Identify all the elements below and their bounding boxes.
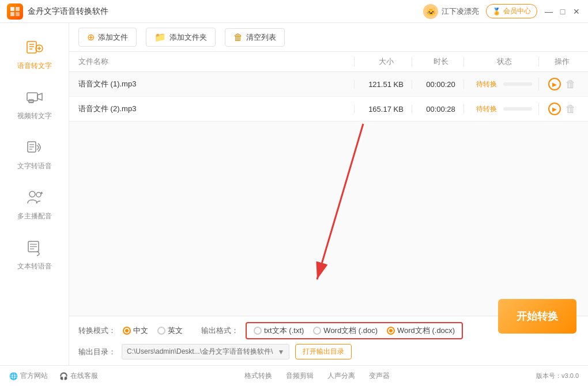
website-label: 官方网站 [20, 371, 48, 381]
app-logo [7, 3, 23, 20]
vip-label: 会员中心 [503, 6, 531, 16]
txt-label: txt文本 (.txt) [264, 326, 304, 336]
docx-label: Word文档 (.docx) [397, 326, 455, 336]
file-name-2: 语音文件 (2).mp3 [78, 104, 354, 114]
add-folder-label: 添加文件夹 [169, 32, 207, 43]
user-info: 🐱 江下凌漂亮 [423, 4, 479, 19]
sidebar-label-speech-to-text: 语音转文字 [17, 61, 52, 71]
action-icons-1: ▶ 🗑 [545, 78, 579, 90]
format-label: 输出格式： [201, 326, 239, 336]
svg-rect-2 [10, 12, 14, 16]
website-icon: 🌐 [9, 372, 18, 380]
svg-point-19 [29, 191, 35, 197]
user-avatar: 🐱 [423, 4, 438, 19]
vip-button[interactable]: 🏅 会员中心 [486, 4, 537, 18]
clear-list-button[interactable]: 🗑 清空列表 [225, 28, 285, 47]
sidebar-item-text-to-speech[interactable]: 文字转语音 [0, 129, 69, 179]
text-to-voice-icon [24, 237, 45, 258]
add-file-button[interactable]: ⊕ 添加文件 [78, 28, 137, 47]
file-table: 文件名称 大小 时长 状态 操作 语音文件 (1).mp3 121.51 KB … [69, 52, 588, 316]
sidebar-label-multi-dubbing: 多主播配音 [17, 211, 52, 221]
format-box: txt文本 (.txt) Word文档 (.doc) Word文档 (.docx… [246, 322, 463, 339]
chinese-radio-circle [123, 327, 131, 335]
restore-button[interactable]: □ [558, 7, 567, 16]
txt-radio-circle [254, 327, 262, 335]
english-radio-circle [157, 327, 165, 335]
footer: 🌐 官方网站 🎧 在线客服 格式转换 音频剪辑 人声分离 变声器 版本号：v3.… [0, 365, 588, 386]
add-file-icon: ⊕ [87, 32, 95, 43]
header-status: 状态 [463, 56, 538, 67]
sidebar-item-video-to-text[interactable]: 视频转文字 [0, 79, 69, 129]
svg-point-20 [36, 192, 41, 197]
format-txt-radio[interactable]: txt文本 (.txt) [254, 326, 304, 336]
audio-edit-link[interactable]: 音频剪辑 [286, 371, 314, 381]
start-button-area: 开始转换 [498, 299, 576, 334]
sidebar-item-speech-to-text[interactable]: 语音转文字 [0, 29, 69, 79]
table-row: 语音文件 (1).mp3 121.51 KB 00:00:20 待转换 ▶ 🗑 [69, 72, 588, 97]
close-button[interactable]: ✕ [572, 7, 581, 16]
svg-rect-4 [27, 41, 36, 53]
add-file-label: 添加文件 [98, 32, 128, 43]
dropdown-icon[interactable]: ▼ [277, 348, 284, 356]
delete-button-2[interactable]: 🗑 [566, 103, 576, 115]
sidebar-item-text-to-voice[interactable]: 文本转语音 [0, 229, 69, 279]
status-badge-2: 待转换 [476, 105, 497, 113]
file-size-1: 121.51 KB [354, 80, 412, 89]
file-status-1: 待转换 [463, 80, 538, 89]
footer-left: 🌐 官方网站 🎧 在线客服 [9, 371, 98, 381]
voice-changer-link[interactable]: 变声器 [369, 371, 390, 381]
footer-right: 版本号：v3.0.0 [536, 372, 579, 380]
mode-chinese-radio[interactable]: 中文 [123, 326, 148, 336]
chinese-label: 中文 [133, 326, 148, 336]
status-badge-1: 待转换 [476, 80, 497, 88]
title-bar-left: 金丹文字语音转换软件 [7, 3, 108, 20]
action-icons-2: ▶ 🗑 [545, 103, 579, 115]
file-action-2: ▶ 🗑 [538, 103, 579, 115]
app-title: 金丹文字语音转换软件 [28, 6, 108, 17]
play-button-1[interactable]: ▶ [548, 78, 561, 90]
format-doc-radio[interactable]: Word文档 (.doc) [313, 326, 378, 336]
content-wrapper: ⊕ 添加文件 📁 添加文件夹 🗑 清空列表 文件名称 大小 时长 [69, 23, 588, 365]
svg-rect-1 [16, 7, 20, 11]
sidebar-label-text-to-speech: 文字转语音 [17, 161, 52, 171]
file-name-1: 语音文件 (1).mp3 [78, 79, 354, 89]
toolbar: ⊕ 添加文件 📁 添加文件夹 🗑 清空列表 [69, 23, 588, 52]
support-label: 在线客服 [70, 371, 98, 381]
user-name: 江下凌漂亮 [442, 6, 479, 17]
format-docx-radio[interactable]: Word文档 (.docx) [387, 326, 455, 336]
mode-radio-group: 中文 英文 [123, 326, 183, 336]
support-icon: 🎧 [59, 372, 68, 380]
play-button-2[interactable]: ▶ [548, 103, 561, 115]
svg-marker-12 [37, 93, 42, 100]
title-bar-right: 🐱 江下凌漂亮 🏅 会员中心 — □ ✕ [423, 4, 581, 19]
svg-rect-0 [10, 7, 14, 11]
output-path-input[interactable]: C:\Users\admin\Deskt...\金丹文字语音转换软件\ ▼ [122, 344, 289, 359]
delete-button-1[interactable]: 🗑 [566, 78, 576, 90]
docx-radio-circle [387, 327, 395, 335]
output-dir-row: 输出目录： C:\Users\admin\Deskt...\金丹文字语音转换软件… [78, 344, 579, 359]
mode-english-radio[interactable]: 英文 [157, 326, 183, 336]
header-name: 文件名称 [78, 56, 354, 67]
sidebar-label-text-to-voice: 文本转语音 [17, 262, 52, 271]
doc-radio-circle [313, 327, 321, 335]
title-bar: 金丹文字语音转换软件 🐱 江下凌漂亮 🏅 会员中心 — □ ✕ [0, 0, 588, 23]
minimize-button[interactable]: — [544, 7, 553, 16]
output-dir-label: 输出目录： [78, 347, 116, 357]
sidebar: 语音转文字 视频转文字 [0, 23, 69, 365]
header-action: 操作 [538, 56, 579, 67]
open-dir-button[interactable]: 打开输出目录 [295, 344, 352, 359]
header-size: 大小 [354, 56, 412, 67]
text-to-speech-icon [24, 137, 45, 158]
mode-label: 转换模式： [78, 326, 116, 336]
clear-list-icon: 🗑 [233, 32, 243, 43]
sidebar-item-multi-dubbing[interactable]: 多主播配音 [0, 179, 69, 229]
online-support-link[interactable]: 🎧 在线客服 [59, 371, 98, 381]
format-convert-link[interactable]: 格式转换 [244, 371, 272, 381]
multi-dubbing-icon [24, 187, 45, 208]
video-to-text-icon [24, 87, 45, 108]
official-website-link[interactable]: 🌐 官方网站 [9, 371, 48, 381]
add-folder-button[interactable]: 📁 添加文件夹 [146, 28, 216, 47]
file-size-2: 165.17 KB [354, 105, 412, 113]
start-convert-button[interactable]: 开始转换 [498, 299, 576, 334]
voice-sep-link[interactable]: 人声分离 [327, 371, 355, 381]
